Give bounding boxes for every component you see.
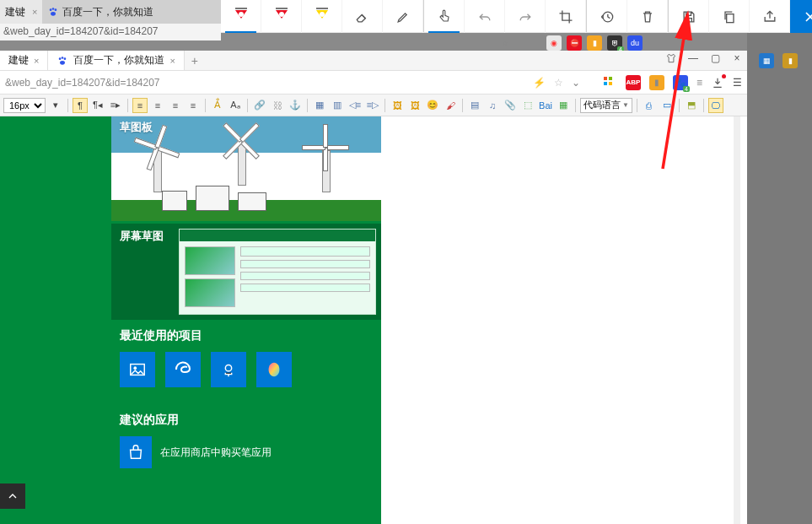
table-2-button[interactable]: ▥ [330,98,345,113]
eraser-tool[interactable] [342,0,383,33]
scrollbar[interactable] [734,116,740,524]
grid-icon[interactable] [602,75,617,90]
ext-r1-icon[interactable]: ▦ [759,53,774,68]
svg-point-6 [59,57,62,60]
ext-icon-5[interactable]: du [627,35,643,51]
music-button[interactable]: ♫ [485,98,500,113]
screen-sketch-tile[interactable]: 屏幕草图 [111,224,381,320]
editor-toolbar: 16px ▾ ¶ ¶◂ ≡▸ ≡ ≡ ≡ ≡ A̐ Aₐ 🔗 ⛓ ⚓ ▦ ▥ ◁… [0,95,747,116]
share-button[interactable] [750,0,790,33]
link-button[interactable]: 🔗 [252,98,267,113]
close-annotation-button[interactable] [790,0,812,33]
attach-button[interactable]: 📎 [503,98,518,113]
sketchpad-panel: 草图板 屏幕 [0,116,381,524]
fullscreen-button[interactable]: 🖵 [708,98,723,113]
baidu-paw-icon [47,6,59,18]
inner-address-bar[interactable]: &web_day_id=184207&id=184207 ⚡ ☆ ⌄ ABP ▮… [0,71,747,95]
outer-tab-1-label: 建键 [5,5,25,19]
edge-app-icon[interactable] [165,352,201,387]
inner-tab-1[interactable]: 建键 × [0,51,48,70]
outer-tab-2[interactable]: 百度一下，你就知道 [42,0,159,24]
align-center-button[interactable]: ≡ [150,98,165,113]
calendar-button[interactable]: ▦ [556,98,571,113]
align-right-button[interactable]: ≡ [168,98,183,113]
content-area: 草图板 屏幕 [0,116,740,524]
inner-url-text: &web_day_id=184207&id=184207 [5,77,533,89]
scroll-top-button[interactable] [0,483,25,509]
chevron-down-icon[interactable]: ⌄ [572,77,580,89]
indent-right-button[interactable]: ≡▸ [108,98,123,113]
abp-icon[interactable]: ABP [626,75,641,90]
map-button[interactable]: ⬚ [520,98,535,113]
ext-r2-icon[interactable]: ▮ [782,53,798,68]
flash-icon[interactable]: ⚡ [533,77,546,89]
copy-button[interactable] [709,0,750,33]
paint3d-app-icon[interactable] [256,352,292,387]
table-button[interactable]: ▦ [312,98,327,113]
ext-icon-1[interactable]: ◉ [546,35,562,51]
font-size-select[interactable]: 16px [3,98,46,113]
inner-tab-2-label: 百度一下，你就知道 [73,53,164,68]
brush-button[interactable]: 🖌 [443,98,458,113]
red-arrow-annotation [648,17,698,181]
outer-tab-1[interactable]: 建键 × [0,0,42,24]
align-left-button[interactable]: ≡ [132,98,148,113]
undo-button[interactable] [465,0,505,33]
ext-icon-4[interactable]: ⛨4 [607,35,622,51]
unlink-button[interactable]: ⛓ [270,98,285,113]
redo-button[interactable] [505,0,546,33]
history-button[interactable] [587,0,627,33]
touch-tool[interactable] [424,0,465,33]
svg-point-8 [64,57,67,60]
svg-rect-13 [609,82,612,85]
anchor-button[interactable]: ⚓ [288,98,303,113]
new-tab-button[interactable]: + [185,54,205,68]
marker-yellow-tool[interactable] [302,0,342,33]
multi-image-button[interactable]: 🖼 [407,98,422,113]
indent-button[interactable]: ≡▷ [365,98,380,113]
marker-red-tool[interactable] [221,0,261,33]
photos-app-icon[interactable] [120,352,155,387]
chevron-down-icon[interactable]: ▾ [48,98,63,113]
close-icon[interactable]: × [32,7,37,17]
outer-tab-strip: 建键 × 百度一下，你就知道 [0,0,221,24]
font-size-button[interactable]: A̐ [210,98,225,113]
recent-label: 最近使用的项目 [120,328,373,343]
close-icon[interactable]: × [169,56,175,66]
marker-red-2-tool[interactable] [261,0,302,33]
emoji-button[interactable]: 😊 [425,98,440,113]
font-type-button[interactable]: Aₐ [228,98,243,113]
outer-right-margin: ▦ ▮ [747,33,812,524]
image-button[interactable]: 🖼 [390,98,405,113]
svg-point-16 [225,365,231,371]
layout-button[interactable]: ▤ [467,98,482,113]
baidu-button[interactable]: Bai [538,98,553,113]
align-justify-button[interactable]: ≡ [186,98,201,113]
inner-window: 建键 × 百度一下，你就知道 × + — ▢ × &web_day_id=184… [0,51,747,524]
ext-icon-2[interactable]: ⛔ [567,35,582,51]
inner-tab-2[interactable]: 百度一下，你就知道 × [48,51,184,70]
store-icon [120,436,152,468]
code-lang-select[interactable]: 代码语言▼ [580,98,632,113]
ext-icon-3[interactable]: ▮ [587,35,602,51]
store-row[interactable]: 在应用商店中购买笔应用 [120,436,373,468]
svg-point-0 [50,8,52,11]
close-icon[interactable]: × [34,56,39,66]
address-icons: ⚡ ☆ ⌄ ABP ▮ 🐾4 ≡ ☰ [533,75,742,90]
close-window-button[interactable]: × [730,52,744,67]
indent-left-button[interactable]: ¶◂ [90,98,105,113]
menu-icon[interactable]: ☰ [733,77,742,89]
pen-tool[interactable] [383,0,423,33]
camera-app-icon[interactable] [211,352,246,387]
svg-point-1 [52,8,55,10]
outer-tab-2-label: 百度一下，你就知道 [62,5,153,19]
sketchpad-tile[interactable]: 草图板 [111,116,381,221]
star-icon[interactable]: ☆ [554,77,563,89]
svg-rect-10 [604,77,607,80]
outdent-button[interactable]: ◁≡ [347,98,363,113]
paragraph-button[interactable]: ¶ [73,98,88,113]
crop-tool[interactable] [546,0,586,33]
download-icon[interactable] [711,76,724,89]
star-icon[interactable]: ☆ [497,35,513,51]
maximize-button[interactable]: ▢ [708,52,722,67]
